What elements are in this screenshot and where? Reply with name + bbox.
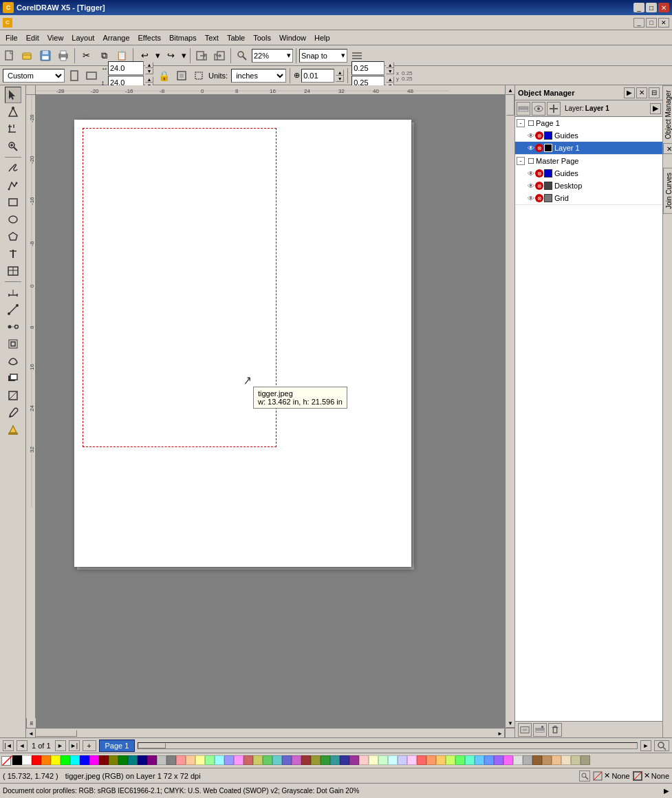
color-swatch[interactable] — [446, 755, 455, 765]
color-swatch[interactable] — [12, 755, 22, 765]
redo-button[interactable]: ↪ — [162, 47, 179, 64]
offset-y-up[interactable]: ▲ — [386, 76, 394, 83]
select-tool[interactable] — [5, 87, 21, 103]
page-scroll-right[interactable]: ► — [640, 740, 651, 751]
color-swatch[interactable] — [253, 755, 263, 765]
color-swatch[interactable] — [272, 755, 282, 765]
redo-dropdown[interactable]: ▾ — [180, 47, 187, 64]
tree-mp-guides-row[interactable]: 👁 ⊗ Guides — [515, 167, 662, 180]
color-swatch[interactable] — [80, 755, 89, 765]
height-up[interactable]: ▲ — [145, 76, 153, 83]
color-swatch[interactable] — [378, 755, 388, 765]
color-swatch[interactable] — [359, 755, 369, 765]
color-swatch[interactable] — [330, 755, 340, 765]
color-swatch[interactable] — [263, 755, 272, 765]
color-swatch[interactable] — [340, 755, 349, 765]
color-swatch[interactable] — [398, 755, 407, 765]
undo-dropdown[interactable]: ▾ — [154, 47, 161, 64]
nudge-down[interactable]: ▼ — [336, 76, 344, 82]
mp-grid-eye[interactable]: 👁 — [528, 195, 534, 202]
color-swatch[interactable] — [542, 755, 552, 765]
om-delete-button[interactable] — [548, 723, 562, 737]
profile-expand-icon[interactable]: ▶ — [664, 787, 669, 795]
scroll-track-horizontal[interactable] — [36, 729, 495, 737]
color-swatch[interactable] — [61, 755, 70, 765]
color-swatch[interactable] — [215, 755, 224, 765]
om-expand-button[interactable]: ▶ — [624, 87, 635, 98]
blend-tool[interactable] — [5, 319, 21, 335]
page-scroll-thumb[interactable] — [138, 743, 166, 748]
color-swatch[interactable] — [552, 755, 561, 765]
add-page-button[interactable]: + — [83, 740, 96, 751]
mdi-close[interactable]: ✕ — [658, 18, 669, 28]
width-up[interactable]: ▲ — [145, 62, 153, 68]
color-swatch[interactable] — [494, 755, 503, 765]
zoom-levels-button[interactable] — [234, 47, 250, 64]
color-swatch[interactable] — [186, 755, 195, 765]
print-button[interactable] — [55, 47, 72, 64]
color-swatch[interactable] — [147, 755, 157, 765]
layer1-eye[interactable]: 👁 — [528, 144, 534, 152]
masterpage-checkbox[interactable]: ☐ — [526, 156, 536, 166]
tree-guides1-row[interactable]: 👁 ⊗ Guides — [515, 129, 662, 142]
first-page-button[interactable]: |◄ — [3, 740, 14, 751]
menu-help[interactable]: Help — [310, 32, 334, 43]
zoom-fit-button[interactable] — [654, 740, 669, 751]
page-tab-1[interactable]: Page 1 — [99, 740, 136, 752]
close-button[interactable]: ✕ — [658, 3, 669, 12]
color-swatch[interactable] — [109, 755, 118, 765]
mp-guides-eye[interactable]: 👁 — [528, 170, 534, 177]
color-swatch[interactable] — [234, 755, 243, 765]
menu-arrange[interactable]: Arrange — [98, 32, 133, 43]
color-swatch[interactable] — [243, 755, 253, 765]
color-swatch[interactable] — [176, 755, 186, 765]
color-swatch[interactable] — [513, 755, 523, 765]
join-curves-tab[interactable]: Join Curves — [663, 168, 673, 214]
om-close-button[interactable]: ✕ — [636, 87, 647, 98]
next-page-button[interactable]: ► — [55, 740, 66, 751]
color-swatch[interactable] — [195, 755, 205, 765]
scroll-thumb-vertical[interactable] — [506, 95, 514, 116]
menu-window[interactable]: Window — [275, 32, 310, 43]
maximize-button[interactable]: □ — [646, 3, 657, 12]
distort-tool[interactable] — [5, 353, 21, 369]
width-down[interactable]: ▼ — [145, 68, 153, 74]
menu-view[interactable]: View — [43, 32, 68, 43]
color-swatch[interactable] — [32, 755, 41, 765]
page1-expand[interactable]: - — [517, 119, 525, 127]
page-scroll-track[interactable] — [138, 742, 638, 749]
import-button[interactable] — [193, 47, 210, 64]
connector-tool[interactable] — [5, 301, 21, 318]
rectangle-tool[interactable] — [5, 194, 21, 211]
color-swatch[interactable] — [349, 755, 359, 765]
page-portrait-button[interactable] — [67, 68, 82, 83]
export-button[interactable] — [211, 47, 228, 64]
text-tool[interactable] — [5, 246, 21, 262]
smart-draw-tool[interactable] — [5, 177, 21, 193]
menu-table[interactable]: Table — [223, 32, 249, 43]
color-swatch[interactable] — [70, 755, 80, 765]
zoom-tool[interactable] — [5, 138, 21, 155]
freehand-tool[interactable] — [5, 160, 21, 176]
color-swatch[interactable] — [118, 755, 128, 765]
color-swatch[interactable] — [417, 755, 426, 765]
om-view-icon[interactable] — [532, 102, 545, 116]
scroll-down-button[interactable]: ▼ — [506, 718, 514, 728]
color-swatch[interactable] — [426, 755, 436, 765]
color-swatch[interactable] — [523, 755, 532, 765]
color-swatch[interactable] — [455, 755, 465, 765]
color-swatch[interactable] — [89, 755, 99, 765]
color-swatch[interactable] — [503, 755, 513, 765]
color-swatch[interactable] — [311, 755, 321, 765]
color-swatch[interactable] — [369, 755, 378, 765]
color-swatch[interactable] — [205, 755, 215, 765]
offset-x-down[interactable]: ▼ — [386, 68, 394, 74]
menu-tools[interactable]: Tools — [249, 32, 275, 43]
menu-effects[interactable]: Effects — [134, 32, 165, 43]
color-swatch[interactable] — [224, 755, 234, 765]
menu-layout[interactable]: Layout — [67, 32, 98, 43]
minimize-button[interactable]: _ — [633, 3, 644, 12]
open-button[interactable] — [19, 47, 36, 64]
color-swatch[interactable] — [157, 755, 166, 765]
color-swatch[interactable] — [282, 755, 292, 765]
